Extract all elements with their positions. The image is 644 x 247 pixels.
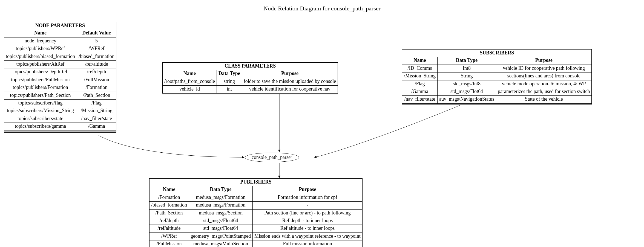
col-head-default: Default Value bbox=[77, 30, 116, 37]
cell: std_msgs/Float64 bbox=[189, 217, 252, 225]
cell: /ID_Comms bbox=[402, 65, 438, 72]
publishers-table: PUBLISHERS Name Data Type Purpose /Forma… bbox=[149, 178, 363, 247]
cell: medusa_msgs/Section bbox=[189, 209, 252, 217]
cell: String bbox=[438, 72, 496, 80]
cell: topics/subscribers/flag bbox=[4, 99, 77, 107]
table-row: /root/paths_from_consolestringfolder to … bbox=[163, 78, 338, 85]
cell: /FullMission bbox=[77, 76, 116, 84]
cell: vehicle identification for cooperative n… bbox=[242, 86, 338, 94]
cell: medusa_msgs/Formation bbox=[189, 194, 252, 201]
cell: topics/subscribers/Mission_String bbox=[4, 107, 77, 115]
table-row: /FullMissionmedusa_msgs/MultiSectionFull… bbox=[150, 240, 363, 247]
table-row: /Formationmedusa_msgs/FormationFormation… bbox=[150, 194, 363, 201]
table-row: /Path_Sectionmedusa_msgs/SectionPath sec… bbox=[150, 209, 363, 217]
cell: topics/subscribers/gamma bbox=[4, 123, 77, 130]
cell: geometry_msgs/PointStamped bbox=[189, 233, 252, 240]
cell: string bbox=[217, 78, 242, 85]
cell: folder to save the mission uploaded by c… bbox=[242, 78, 338, 85]
cell: Path section (line or arc) - to path fol… bbox=[252, 209, 362, 217]
cell: int bbox=[217, 86, 242, 94]
cell: /ref/altitude bbox=[77, 60, 116, 68]
table-row: /biased_formationmedusa_msgs/Formation- bbox=[150, 202, 363, 209]
cell: std_msgs/Int8 bbox=[438, 80, 496, 88]
cell: node_frequency bbox=[4, 37, 77, 45]
table-row: /Flagstd_msgs/Int8vehicle mode operation… bbox=[402, 80, 592, 88]
table-row: topics/publishers/FullMission/FullMissio… bbox=[4, 76, 116, 84]
table-row: vehicle_idintvehicle identification for … bbox=[163, 86, 338, 94]
cell: sections(lines and arcs) from console bbox=[496, 72, 592, 80]
cell bbox=[4, 130, 77, 132]
cell: /Mission_String bbox=[402, 72, 438, 80]
cell: State of the vehicle bbox=[496, 96, 592, 104]
col-head-type: Data Type bbox=[217, 70, 242, 78]
cell: topics/publishers/WPRef bbox=[4, 45, 77, 53]
cell bbox=[77, 130, 116, 132]
cell: vehicle mode operation. 6: mission, 4: W… bbox=[496, 80, 592, 88]
cell: topics/publishers/DepthRef bbox=[4, 68, 77, 76]
cell: Formation information for cpf bbox=[252, 194, 362, 201]
cell: parameterizes the path, used for section… bbox=[496, 88, 592, 95]
class-params-title: CLASS PARAMETERS bbox=[163, 63, 338, 70]
cell: Ref depth - to inner loops bbox=[252, 217, 362, 225]
col-head-name: Name bbox=[4, 30, 77, 37]
table-row: /ref/altitudestd_msgs/Float64Ref altitud… bbox=[150, 225, 363, 233]
cell: /nav_filter/state bbox=[77, 115, 116, 123]
col-head-name: Name bbox=[150, 186, 189, 194]
cell: Full mission information bbox=[252, 240, 362, 247]
table-row: /Mission_StringStringsections(lines and … bbox=[402, 72, 592, 80]
cell: auv_msgs/NavigationStatus bbox=[438, 96, 496, 104]
cell: /FullMission bbox=[150, 240, 189, 247]
cell: Ref altitude - to inner loops bbox=[252, 225, 362, 233]
diagram-title: Node Relation Diagram for console_path_p… bbox=[0, 5, 644, 12]
cell: /Path_Section bbox=[77, 92, 116, 99]
cell: /Flag bbox=[402, 80, 438, 88]
subscribers-table: SUBSCRIBERS Name Data Type Purpose /ID_C… bbox=[402, 49, 592, 104]
cell: Mission ends with a waypoint reference -… bbox=[252, 233, 362, 240]
col-head-purpose: Purpose bbox=[242, 70, 338, 78]
cell: vehicle_id bbox=[163, 86, 217, 94]
cell: topics/publishers/Path_Section bbox=[4, 92, 77, 99]
cell: /root/paths_from_console bbox=[163, 78, 217, 85]
cell: /WPRef bbox=[77, 45, 116, 53]
cell: /WPRef bbox=[150, 233, 189, 240]
cell: vehicle ID for cooperative path followin… bbox=[496, 65, 592, 72]
cell: topics/publishers/FullMission bbox=[4, 76, 77, 84]
cell: /ref/depth bbox=[77, 68, 116, 76]
cell: /Flag bbox=[77, 99, 116, 107]
cell: /nav_filter/state bbox=[402, 96, 438, 104]
cell: std_msgs/Flot64 bbox=[438, 88, 496, 95]
cell: 5 bbox=[77, 37, 116, 45]
table-row: topics/publishers/Path_Section/Path_Sect… bbox=[4, 92, 116, 99]
col-head-purpose: Purpose bbox=[252, 186, 362, 194]
table-row: /Gammastd_msgs/Flot64parameterizes the p… bbox=[402, 88, 592, 95]
cell: /ref/altitude bbox=[150, 225, 189, 233]
col-head-purpose: Purpose bbox=[496, 57, 592, 65]
class-parameters-table: CLASS PARAMETERS Name Data Type Purpose … bbox=[162, 62, 338, 94]
publishers-title: PUBLISHERS bbox=[150, 179, 363, 186]
cell: /Mission_String bbox=[77, 107, 116, 115]
subscribers-title: SUBSCRIBERS bbox=[402, 50, 592, 57]
table-row: topics/publishers/AltRef/ref/altitude bbox=[4, 60, 116, 68]
node-params-title: NODE PARAMETERS bbox=[4, 22, 116, 30]
cell: topics/publishers/Formation bbox=[4, 84, 77, 92]
cell: - bbox=[252, 202, 362, 209]
col-head-name: Name bbox=[402, 57, 438, 65]
table-row: topics/publishers/WPRef/WPRef bbox=[4, 45, 116, 53]
table-row: /ref/depthstd_msgs/Float64Ref depth - to… bbox=[150, 217, 363, 225]
table-row: topics/subscribers/state/nav_filter/stat… bbox=[4, 115, 116, 123]
cell: Int8 bbox=[438, 65, 496, 72]
table-row: /ID_CommsInt8vehicle ID for cooperative … bbox=[402, 65, 592, 72]
table-row: /WPRefgeometry_msgs/PointStampedMission … bbox=[150, 233, 363, 240]
table-row bbox=[4, 130, 116, 132]
node-parameters-table: NODE PARAMETERS Name Default Value node_… bbox=[4, 22, 116, 133]
cell: topics/subscribers/state bbox=[4, 115, 77, 123]
col-head-type: Data Type bbox=[189, 186, 252, 194]
cell: /biased_formation bbox=[150, 202, 189, 209]
col-head-type: Data Type bbox=[438, 57, 496, 65]
cell: /ref/depth bbox=[150, 217, 189, 225]
cell: topics/publishers/biased_formation bbox=[4, 53, 77, 60]
table-row: /nav_filter/stateauv_msgs/NavigationStat… bbox=[402, 96, 592, 104]
table-row: node_frequency5 bbox=[4, 37, 116, 45]
cell: /Path_Section bbox=[150, 209, 189, 217]
table-row: topics/publishers/DepthRef/ref/depth bbox=[4, 68, 116, 76]
